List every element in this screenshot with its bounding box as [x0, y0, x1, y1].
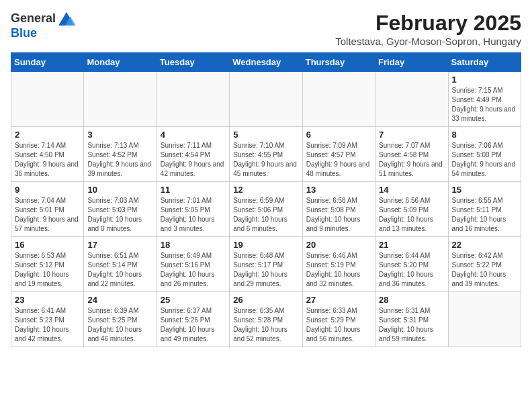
calendar-table: SundayMondayTuesdayWednesdayThursdayFrid… [11, 52, 521, 347]
day-number: 20 [306, 240, 371, 250]
calendar-day-cell: 5Sunrise: 7:10 AM Sunset: 4:55 PM Daylig… [230, 127, 302, 182]
day-info: Sunrise: 6:44 AM Sunset: 5:20 PM Dayligh… [379, 251, 444, 289]
calendar-day-cell: 18Sunrise: 6:49 AM Sunset: 5:16 PM Dayli… [157, 237, 229, 292]
calendar-day-cell: 6Sunrise: 7:09 AM Sunset: 4:57 PM Daylig… [302, 127, 375, 182]
calendar-day-cell [302, 72, 375, 127]
day-number: 11 [161, 185, 226, 195]
day-number: 24 [87, 295, 152, 305]
calendar-day-cell: 1Sunrise: 7:15 AM Sunset: 4:49 PM Daylig… [448, 72, 521, 127]
month-year: February 2025 [335, 11, 521, 36]
calendar-day-cell [230, 72, 302, 127]
day-number: 6 [306, 130, 371, 140]
day-number: 13 [306, 185, 371, 195]
day-number: 12 [233, 185, 298, 195]
day-info: Sunrise: 6:59 AM Sunset: 5:06 PM Dayligh… [233, 196, 298, 234]
day-info: Sunrise: 7:04 AM Sunset: 5:01 PM Dayligh… [15, 196, 80, 234]
day-number: 17 [87, 240, 152, 250]
day-info: Sunrise: 6:46 AM Sunset: 5:19 PM Dayligh… [306, 251, 371, 289]
day-number: 23 [15, 295, 80, 305]
day-info: Sunrise: 6:55 AM Sunset: 5:11 PM Dayligh… [452, 196, 517, 234]
calendar-week-row: 1Sunrise: 7:15 AM Sunset: 4:49 PM Daylig… [11, 72, 521, 127]
day-info: Sunrise: 6:35 AM Sunset: 5:28 PM Dayligh… [233, 306, 298, 344]
day-number: 27 [306, 295, 371, 305]
day-number: 2 [15, 130, 80, 140]
day-number: 16 [15, 240, 80, 250]
day-number: 8 [452, 130, 517, 140]
day-number: 4 [161, 130, 226, 140]
day-info: Sunrise: 7:01 AM Sunset: 5:05 PM Dayligh… [161, 196, 226, 234]
calendar-week-row: 23Sunrise: 6:41 AM Sunset: 5:23 PM Dayli… [11, 292, 521, 347]
calendar-day-cell [375, 72, 448, 127]
day-number: 7 [379, 130, 444, 140]
calendar-week-row: 9Sunrise: 7:04 AM Sunset: 5:01 PM Daylig… [11, 182, 521, 237]
day-number: 26 [233, 295, 298, 305]
day-info: Sunrise: 6:51 AM Sunset: 5:14 PM Dayligh… [87, 251, 152, 289]
calendar-day-cell: 12Sunrise: 6:59 AM Sunset: 5:06 PM Dayli… [230, 182, 302, 237]
calendar-day-cell: 26Sunrise: 6:35 AM Sunset: 5:28 PM Dayli… [230, 292, 302, 347]
weekday-header: Wednesday [230, 53, 302, 72]
location: Toltestava, Gyor-Moson-Sopron, Hungary [335, 36, 521, 47]
page-header: General Blue February 2025 Toltestava, G… [11, 11, 521, 47]
day-number: 5 [233, 130, 298, 140]
day-info: Sunrise: 6:41 AM Sunset: 5:23 PM Dayligh… [15, 306, 80, 344]
day-info: Sunrise: 6:31 AM Sunset: 5:31 PM Dayligh… [379, 306, 444, 344]
day-number: 25 [161, 295, 226, 305]
calendar-day-cell: 13Sunrise: 6:58 AM Sunset: 5:08 PM Dayli… [302, 182, 375, 237]
weekday-header: Thursday [302, 53, 375, 72]
calendar-day-cell: 16Sunrise: 6:53 AM Sunset: 5:12 PM Dayli… [11, 237, 84, 292]
day-info: Sunrise: 6:48 AM Sunset: 5:17 PM Dayligh… [233, 251, 298, 289]
day-number: 9 [15, 185, 80, 195]
logo-blue: Blue [11, 27, 76, 40]
calendar-day-cell: 20Sunrise: 6:46 AM Sunset: 5:19 PM Dayli… [302, 237, 375, 292]
calendar-day-cell: 7Sunrise: 7:07 AM Sunset: 4:58 PM Daylig… [375, 127, 448, 182]
logo: General Blue [11, 11, 76, 40]
calendar-day-cell: 15Sunrise: 6:55 AM Sunset: 5:11 PM Dayli… [448, 182, 521, 237]
calendar-day-cell: 11Sunrise: 7:01 AM Sunset: 5:05 PM Dayli… [157, 182, 229, 237]
calendar-day-cell [11, 72, 84, 127]
calendar-day-cell [157, 72, 229, 127]
calendar-day-cell: 21Sunrise: 6:44 AM Sunset: 5:20 PM Dayli… [375, 237, 448, 292]
calendar-day-cell: 2Sunrise: 7:14 AM Sunset: 4:50 PM Daylig… [11, 127, 84, 182]
day-number: 28 [379, 295, 444, 305]
calendar-day-cell [448, 292, 521, 347]
weekday-header: Sunday [11, 53, 84, 72]
day-info: Sunrise: 6:49 AM Sunset: 5:16 PM Dayligh… [161, 251, 226, 289]
calendar-day-cell: 3Sunrise: 7:13 AM Sunset: 4:52 PM Daylig… [84, 127, 157, 182]
logo-general: General [11, 12, 56, 26]
day-info: Sunrise: 6:58 AM Sunset: 5:08 PM Dayligh… [306, 196, 371, 234]
calendar-day-cell: 28Sunrise: 6:31 AM Sunset: 5:31 PM Dayli… [375, 292, 448, 347]
day-info: Sunrise: 6:56 AM Sunset: 5:09 PM Dayligh… [379, 196, 444, 234]
calendar-day-cell: 24Sunrise: 6:39 AM Sunset: 5:25 PM Dayli… [84, 292, 157, 347]
calendar-day-cell: 14Sunrise: 6:56 AM Sunset: 5:09 PM Dayli… [375, 182, 448, 237]
day-info: Sunrise: 7:03 AM Sunset: 5:03 PM Dayligh… [87, 196, 152, 234]
day-info: Sunrise: 6:42 AM Sunset: 5:22 PM Dayligh… [452, 251, 517, 289]
weekday-header: Friday [375, 53, 448, 72]
day-number: 1 [452, 75, 517, 85]
calendar-day-cell: 25Sunrise: 6:37 AM Sunset: 5:26 PM Dayli… [157, 292, 229, 347]
day-info: Sunrise: 7:06 AM Sunset: 5:00 PM Dayligh… [452, 141, 517, 179]
day-info: Sunrise: 7:09 AM Sunset: 4:57 PM Dayligh… [306, 141, 371, 179]
calendar-day-cell: 10Sunrise: 7:03 AM Sunset: 5:03 PM Dayli… [84, 182, 157, 237]
logo-icon [57, 11, 76, 27]
weekday-header: Saturday [448, 53, 521, 72]
day-info: Sunrise: 7:14 AM Sunset: 4:50 PM Dayligh… [15, 141, 80, 179]
calendar-day-cell [84, 72, 157, 127]
weekday-header: Monday [84, 53, 157, 72]
day-number: 3 [87, 130, 152, 140]
day-info: Sunrise: 7:07 AM Sunset: 4:58 PM Dayligh… [379, 141, 444, 179]
day-number: 10 [87, 185, 152, 195]
day-info: Sunrise: 6:53 AM Sunset: 5:12 PM Dayligh… [15, 251, 80, 289]
calendar-header-row: SundayMondayTuesdayWednesdayThursdayFrid… [11, 53, 521, 72]
calendar-week-row: 16Sunrise: 6:53 AM Sunset: 5:12 PM Dayli… [11, 237, 521, 292]
day-info: Sunrise: 6:39 AM Sunset: 5:25 PM Dayligh… [87, 306, 152, 344]
day-number: 22 [452, 240, 517, 250]
title-area: February 2025 Toltestava, Gyor-Moson-Sop… [335, 11, 521, 47]
day-info: Sunrise: 7:15 AM Sunset: 4:49 PM Dayligh… [452, 86, 517, 124]
calendar-day-cell: 8Sunrise: 7:06 AM Sunset: 5:00 PM Daylig… [448, 127, 521, 182]
day-number: 14 [379, 185, 444, 195]
calendar-day-cell: 17Sunrise: 6:51 AM Sunset: 5:14 PM Dayli… [84, 237, 157, 292]
calendar-day-cell: 9Sunrise: 7:04 AM Sunset: 5:01 PM Daylig… [11, 182, 84, 237]
day-info: Sunrise: 7:10 AM Sunset: 4:55 PM Dayligh… [233, 141, 298, 179]
day-info: Sunrise: 6:33 AM Sunset: 5:29 PM Dayligh… [306, 306, 371, 344]
day-info: Sunrise: 7:11 AM Sunset: 4:54 PM Dayligh… [161, 141, 226, 179]
